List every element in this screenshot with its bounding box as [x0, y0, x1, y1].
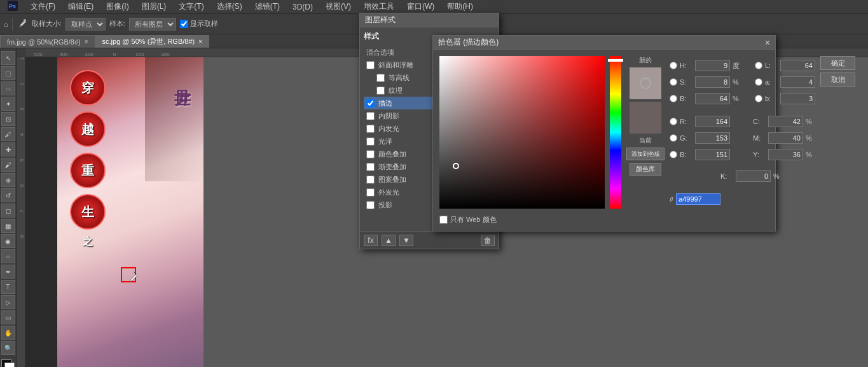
- ls-drop-shadow-check[interactable]: [366, 201, 375, 209]
- cp-b-radio[interactable]: [755, 95, 762, 102]
- tool-magic-wand[interactable]: ✦: [1, 97, 15, 111]
- tool-eyedropper[interactable]: 🖋: [1, 127, 15, 141]
- cp-B-radio[interactable]: [670, 95, 677, 102]
- tab-sc-jpg[interactable]: sc.jpg @ 50% (异世, RGB/8#) ×: [95, 35, 210, 48]
- layer-style-title-bar: 图层样式: [360, 13, 499, 27]
- tool-brush[interactable]: 🖌: [1, 158, 15, 172]
- menu-file[interactable]: 文件(F): [28, 0, 58, 13]
- ls-bottom-bar: fx ▲ ▼ 🗑: [360, 231, 499, 249]
- menu-ps[interactable]: Ps: [5, 0, 20, 14]
- cp-hue-marker: [608, 59, 623, 62]
- cp-B2-input[interactable]: [695, 149, 730, 160]
- ruler-v-mark: 4: [18, 134, 25, 159]
- foreground-color[interactable]: [1, 359, 15, 364]
- tool-pen[interactable]: ✒: [1, 265, 15, 279]
- ls-down-btn[interactable]: ▼: [399, 235, 413, 246]
- ls-texture-check[interactable]: [376, 87, 385, 95]
- eyedropper-tool-icon[interactable]: [17, 18, 28, 30]
- menu-3d[interactable]: 3D(D): [290, 1, 315, 13]
- tool-zoom[interactable]: 🔍: [1, 341, 15, 355]
- cp-add-btn[interactable]: 添加到色板: [626, 148, 665, 160]
- tool-shape[interactable]: ▭: [1, 310, 15, 324]
- cp-C-input[interactable]: [768, 116, 803, 127]
- cp-ok-btn[interactable]: 确定: [820, 56, 855, 70]
- ls-color-overlay-check[interactable]: [366, 150, 375, 158]
- cp-H-radio[interactable]: [670, 62, 677, 69]
- cp-S-input[interactable]: [695, 76, 730, 88]
- ls-satin-check[interactable]: [366, 137, 375, 146]
- cp-color-lib-btn[interactable]: 颜色库: [630, 163, 661, 176]
- menu-edit[interactable]: 编辑(E): [65, 0, 96, 13]
- tool-text[interactable]: T: [1, 280, 15, 294]
- cp-R-input[interactable]: [695, 116, 730, 127]
- cp-hex-input[interactable]: [676, 193, 720, 205]
- cp-Y-input[interactable]: [768, 149, 803, 160]
- tool-crop[interactable]: ⊡: [1, 112, 15, 126]
- cp-b-input[interactable]: [780, 93, 815, 104]
- ls-delete-btn[interactable]: 🗑: [481, 235, 495, 246]
- tool-lasso[interactable]: ⌓: [1, 81, 15, 95]
- ls-contour-check[interactable]: [376, 74, 385, 82]
- ls-bevel-check[interactable]: [366, 61, 375, 69]
- tool-path-selection[interactable]: ▷: [1, 295, 15, 309]
- cp-web-only-check[interactable]: [439, 216, 448, 224]
- tab-fm-jpg[interactable]: fm.jpg @ 50%(RGB/8#) ×: [0, 35, 95, 48]
- cp-current-swatch: [630, 102, 661, 134]
- cp-L-input[interactable]: [780, 60, 815, 71]
- cp-a-input[interactable]: [780, 76, 815, 88]
- tool-move[interactable]: ↖: [1, 51, 15, 65]
- tool-gradient[interactable]: ▦: [1, 219, 15, 233]
- cp-close-btn[interactable]: ×: [765, 38, 770, 48]
- ls-up-btn[interactable]: ▲: [382, 235, 396, 246]
- sample-select[interactable]: 所有图层: [129, 18, 176, 31]
- cp-cancel-btn[interactable]: 取消: [820, 73, 855, 87]
- tab-fm-close[interactable]: ×: [85, 38, 88, 45]
- cp-R-radio[interactable]: [670, 118, 677, 125]
- ls-stroke-check[interactable]: [366, 99, 375, 107]
- cp-gradient-box[interactable]: [439, 56, 605, 209]
- sample-size-select[interactable]: 取样点: [65, 18, 106, 31]
- tool-blur[interactable]: ◉: [1, 234, 15, 248]
- menu-plugins[interactable]: 增效工具: [361, 0, 397, 13]
- show-sample-checkbox-group[interactable]: 显示取样: [180, 19, 218, 29]
- menu-window[interactable]: 窗口(W): [404, 0, 437, 13]
- tool-history-brush[interactable]: ↺: [1, 188, 15, 202]
- cp-a-radio[interactable]: [755, 78, 762, 86]
- cp-G-input[interactable]: [695, 132, 730, 144]
- tool-dodge[interactable]: ○: [1, 249, 15, 263]
- menu-image[interactable]: 图像(I): [104, 0, 131, 13]
- menu-layer[interactable]: 图层(L): [139, 0, 169, 13]
- menu-view[interactable]: 视图(V): [323, 0, 354, 13]
- ls-inner-glow-check[interactable]: [366, 125, 375, 133]
- ls-outer-glow-check[interactable]: [366, 188, 375, 197]
- cp-B-input[interactable]: [695, 93, 730, 104]
- title-char-4: 生: [70, 194, 106, 230]
- ls-gradient-overlay-check[interactable]: [366, 163, 375, 171]
- tool-marquee[interactable]: ⬚: [1, 66, 15, 80]
- cp-M-input[interactable]: [768, 132, 803, 144]
- tool-stamp[interactable]: ⊕: [1, 173, 15, 187]
- tools-panel: ↖ ⬚ ⌓ ✦ ⊡ 🖋 ✚ 🖌 ⊕ ↺ ◻ ▦ ◉ ○ ✒ T ▷ ▭ ✋ 🔍: [0, 48, 17, 367]
- cp-L-radio[interactable]: [755, 62, 762, 69]
- cp-K-input[interactable]: [736, 170, 771, 182]
- ls-inner-shadow-check[interactable]: [366, 112, 375, 120]
- menu-text[interactable]: 文字(T): [176, 0, 206, 13]
- cp-G-radio[interactable]: [670, 134, 677, 142]
- show-sample-checkbox[interactable]: [180, 20, 188, 28]
- menu-filter[interactable]: 滤镜(T): [252, 0, 282, 13]
- cp-C-label: C:: [753, 118, 766, 125]
- menu-help[interactable]: 帮助(H): [444, 0, 476, 13]
- cp-hue-strip[interactable]: [610, 56, 621, 209]
- cp-H-input[interactable]: [695, 60, 730, 71]
- ls-fx-btn[interactable]: fx: [364, 235, 378, 246]
- menu-select[interactable]: 选择(S): [214, 0, 245, 13]
- cp-S-radio[interactable]: [670, 78, 677, 86]
- tab-sc-close[interactable]: ×: [198, 38, 202, 45]
- tool-hand[interactable]: ✋: [1, 326, 15, 340]
- ls-pattern-overlay-check[interactable]: [366, 176, 375, 184]
- tool-healing[interactable]: ✚: [1, 142, 15, 156]
- cp-B2-radio[interactable]: [670, 151, 677, 158]
- tool-eraser[interactable]: ◻: [1, 204, 15, 218]
- home-btn[interactable]: ⌂: [4, 20, 8, 28]
- sample-size-label: 取样大小:: [32, 19, 62, 29]
